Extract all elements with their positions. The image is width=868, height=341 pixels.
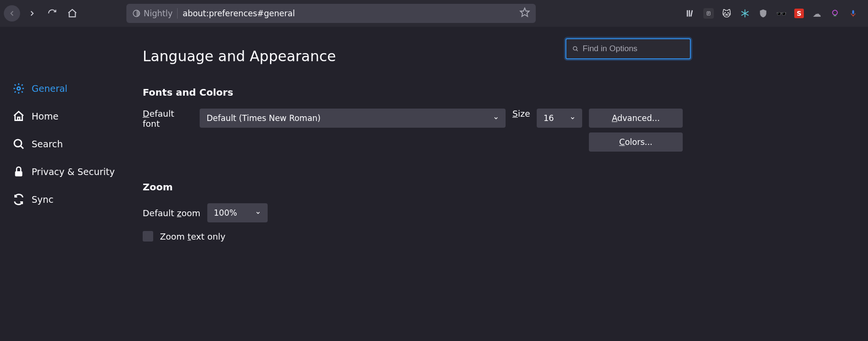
urlbar-divider <box>177 8 178 19</box>
default-zoom-value: 100% <box>214 208 237 218</box>
find-in-options[interactable] <box>565 38 691 59</box>
sidebar-item-label: Privacy & Security <box>32 166 115 177</box>
default-zoom-select[interactable]: 100% <box>207 203 268 222</box>
sidebar-item-privacy[interactable]: Privacy & Security <box>0 158 129 186</box>
size-label: Size <box>512 109 530 119</box>
default-font-value: Default (Times New Roman) <box>206 113 320 123</box>
sidebar-item-label: Search <box>32 139 63 149</box>
sidebar-item-home[interactable]: Home <box>0 102 129 130</box>
svg-rect-16 <box>18 117 20 121</box>
svg-line-21 <box>576 50 578 51</box>
svg-rect-3 <box>689 10 690 16</box>
fonts-colors-title: Fonts and Colors <box>143 87 855 98</box>
colors-button[interactable]: Colors... <box>589 132 683 152</box>
firefox-icon <box>132 9 141 18</box>
zoom-section: Zoom Default zoom 100% Zoom text only <box>143 181 855 242</box>
sidebar-item-label: Sync <box>32 194 54 205</box>
svg-point-17 <box>14 140 22 147</box>
svg-rect-4 <box>690 10 693 17</box>
back-button[interactable] <box>4 5 20 22</box>
extension-avatar-icon[interactable]: 🐱 <box>721 8 732 19</box>
library-icon[interactable] <box>685 8 696 19</box>
zoom-text-only-row: Zoom text only <box>143 231 855 242</box>
browser-toolbar: Nightly about:preferences#general 🐱 🕶️ S… <box>0 0 868 27</box>
svg-point-12 <box>833 10 837 15</box>
search-icon <box>12 138 25 150</box>
shield-ub-icon[interactable] <box>758 8 768 19</box>
lightbulb-icon[interactable] <box>830 8 840 19</box>
font-size-select[interactable]: 16 <box>537 109 582 128</box>
lock-icon <box>12 165 25 178</box>
url-bar[interactable]: Nightly about:preferences#general <box>126 4 536 23</box>
preferences-content: General Home Search Privacy & Security S… <box>0 27 868 341</box>
chevron-down-icon <box>255 210 261 216</box>
default-zoom-label: Default zoom <box>143 208 201 218</box>
default-font-select[interactable]: Default (Times New Roman) <box>200 109 506 128</box>
sidebar-item-sync[interactable]: Sync <box>0 186 129 213</box>
find-input[interactable] <box>583 44 684 54</box>
reload-button[interactable] <box>44 5 60 22</box>
default-font-label: Default font <box>143 109 193 129</box>
home-icon <box>12 110 25 122</box>
gear-icon <box>12 82 25 95</box>
zoom-title: Zoom <box>143 181 855 193</box>
mic-icon[interactable] <box>848 8 858 19</box>
s-badge-icon[interactable]: S <box>794 9 804 18</box>
svg-line-18 <box>21 146 23 149</box>
section-title: Language and Appearance <box>143 48 855 65</box>
sidebar-item-label: Home <box>32 111 58 121</box>
snowflake-icon[interactable] <box>740 8 750 19</box>
preferences-main: Language and Appearance Fonts and Colors… <box>129 27 868 341</box>
advanced-button[interactable]: Advanced... <box>589 109 683 128</box>
identity-box: Nightly <box>132 9 172 18</box>
identity-label: Nightly <box>144 9 172 18</box>
zoom-text-only-label: Zoom text only <box>160 231 225 242</box>
url-text: about:preferences#general <box>182 9 515 18</box>
svg-marker-1 <box>520 8 529 16</box>
font-size-value: 16 <box>543 113 554 123</box>
bookmark-star-icon[interactable] <box>519 7 530 20</box>
svg-rect-19 <box>15 171 22 176</box>
font-action-buttons: Advanced... Colors... <box>589 109 683 152</box>
sync-icon <box>12 193 25 206</box>
extension-icons: 🐱 🕶️ S ☁ <box>685 8 864 19</box>
goggles-icon[interactable]: 🕶️ <box>776 8 787 19</box>
fonts-row: Default font Default (Times New Roman) S… <box>143 109 683 152</box>
reader-view-icon[interactable] <box>703 8 714 19</box>
search-icon <box>572 45 579 53</box>
zoom-text-only-checkbox[interactable] <box>143 231 153 242</box>
default-zoom-row: Default zoom 100% <box>143 203 855 222</box>
chevron-down-icon <box>570 115 575 121</box>
forward-button[interactable] <box>24 5 40 22</box>
nav-buttons <box>4 5 80 22</box>
svg-rect-13 <box>852 10 854 14</box>
svg-point-15 <box>17 87 21 90</box>
home-button[interactable] <box>64 5 80 22</box>
preferences-sidebar: General Home Search Privacy & Security S… <box>0 27 129 341</box>
svg-rect-2 <box>687 10 688 16</box>
chevron-down-icon <box>493 115 499 121</box>
cloud-icon[interactable]: ☁ <box>812 8 822 19</box>
sidebar-item-general[interactable]: General <box>0 75 129 102</box>
sidebar-item-label: General <box>32 83 68 94</box>
sidebar-item-search[interactable]: Search <box>0 130 129 158</box>
